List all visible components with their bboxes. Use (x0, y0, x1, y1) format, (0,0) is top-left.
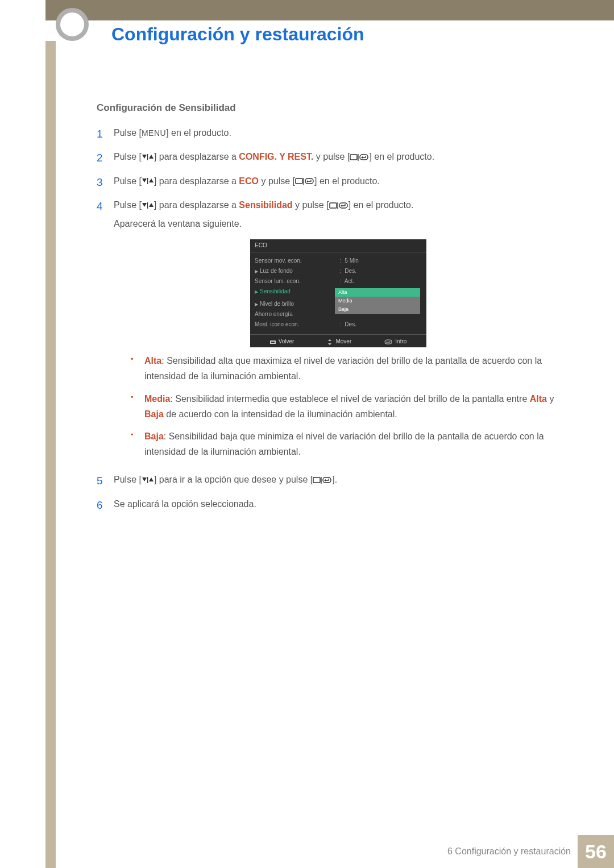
menu-button-label: MENU (142, 128, 166, 138)
svg-rect-3 (350, 155, 357, 160)
osd-footer: Volver Mover Intro (250, 334, 426, 348)
text: Pulse [ (114, 128, 142, 138)
footer-chapter-label: 6 Configuración y restauración (447, 846, 571, 857)
term-ref: Baja (144, 409, 164, 419)
step-body: Pulse [] para desplazarse a CONFIG. Y RE… (114, 149, 563, 167)
term-ref: Alta (530, 394, 547, 404)
header-band-color (45, 0, 614, 20)
osd-value-text: Des. (345, 268, 356, 274)
text: y pulse [ (293, 200, 329, 210)
step-body: Pulse [] para desplazarse a ECO y pulse … (114, 173, 563, 192)
svg-rect-8 (147, 178, 148, 184)
description: : Sensibilidad baja que minimiza el nive… (144, 431, 544, 456)
osd-footer-label: Volver (279, 338, 294, 344)
osd-row: Sensor mov. econ. : 5 Min (250, 256, 426, 266)
svg-marker-24 (328, 343, 331, 345)
svg-marker-27 (142, 477, 147, 481)
step-number: 5 (97, 472, 114, 490)
bullet-text: Baja: Sensibilidad baja que minimiza el … (144, 429, 563, 459)
step-number: 6 (97, 496, 114, 514)
step-number: 3 (97, 173, 114, 192)
caret-right-icon: ▶ (255, 269, 258, 274)
step-body: Pulse [MENU] en el producto. (114, 125, 563, 143)
source-enter-icon (313, 476, 332, 484)
step-1: 1 Pulse [MENU] en el producto. (97, 125, 563, 143)
text: ] para desplazarse a (154, 176, 239, 186)
text: ] para desplazarse a (154, 152, 239, 161)
osd-row: Most. icono econ. : Des. (250, 319, 426, 330)
text: Pulse [ (114, 176, 142, 186)
text: y (547, 394, 554, 404)
bullet-icon: • (131, 429, 139, 459)
svg-marker-9 (149, 178, 154, 182)
step-6: 6 Se aplicará la opción seleccionada. (97, 496, 563, 514)
svg-marker-26 (386, 342, 387, 343)
chapter-number-circle (56, 8, 89, 41)
text: ]. (332, 475, 337, 484)
target-label: CONFIG. Y REST. (239, 152, 313, 161)
term: Baja (144, 431, 164, 441)
left-margin-stripe (45, 0, 56, 868)
osd-label: Most. icono econ. (255, 322, 340, 327)
text: Pulse [ (114, 200, 142, 210)
back-icon (270, 340, 277, 344)
source-enter-icon (329, 202, 349, 210)
text: Pulse [ (114, 475, 142, 484)
down-up-arrow-icon (142, 178, 154, 185)
osd-label: Sensor lum. econ. (255, 279, 340, 284)
bullet-icon: • (131, 353, 139, 384)
svg-marker-7 (142, 178, 147, 182)
osd-label: Sensor mov. econ. (255, 258, 340, 264)
step-5: 5 Pulse [] para ir a la opción que desee… (97, 472, 563, 490)
step-2: 2 Pulse [] para desplazarse a CONFIG. Y … (97, 149, 563, 167)
source-enter-icon (350, 153, 369, 161)
move-icon (327, 339, 333, 345)
osd-footer-enter: Intro (384, 339, 407, 344)
osd-value: : Des. (340, 322, 356, 327)
osd-separator (250, 252, 426, 252)
osd-value: : 5 Min (340, 258, 359, 264)
svg-marker-29 (149, 477, 154, 481)
svg-rect-28 (147, 477, 148, 483)
osd-row: Sensor lum. econ. : Act. (250, 276, 426, 286)
bullet-text: Media: Sensibilidad intermedia que estab… (144, 391, 563, 422)
bullet-text: Alta: Sensibilidad alta que maximiza el … (144, 353, 563, 384)
osd-option: Media (335, 297, 420, 305)
osd-footer-back: Volver (270, 339, 294, 344)
osd-menu-screenshot: ECO Sensor mov. econ. : 5 Min ▶Luz de fo… (250, 239, 426, 347)
osd-footer-move: Mover (327, 339, 352, 344)
text: ] para ir a la opción que desee y pulse … (154, 475, 313, 484)
page-footer: 6 Configuración y restauración 56 (447, 835, 614, 868)
osd-value-text: Act. (345, 278, 354, 284)
description: : Sensibilidad alta que maximiza el nive… (144, 356, 542, 381)
step-body: Pulse [] para ir a la opción que desee y… (114, 472, 563, 490)
svg-marker-20 (341, 205, 342, 207)
enter-icon (384, 339, 392, 344)
text: ] en el producto. (166, 128, 231, 138)
description: de acuerdo con la intensidad de la ilumi… (164, 409, 397, 419)
down-up-arrow-icon (142, 477, 154, 484)
down-up-arrow-icon (142, 154, 154, 161)
osd-value-text: Des. (345, 321, 356, 327)
text: y pulse [ (259, 176, 295, 186)
step-4: 4 Pulse [] para desplazarse a Sensibilid… (97, 197, 563, 467)
page-title: Configuración y restauración (111, 24, 364, 45)
section-title: Configuración de Sensibilidad (97, 102, 563, 114)
bullet-media: • Media: Sensibilidad intermedia que est… (131, 391, 563, 422)
target-label: ECO (239, 176, 259, 186)
svg-marker-6 (361, 156, 363, 159)
bullet-baja: • Baja: Sensibilidad baja que minimiza e… (131, 429, 563, 459)
svg-rect-22 (271, 342, 275, 343)
osd-title: ECO (250, 239, 426, 252)
term: Media (144, 394, 170, 404)
bullet-alta: • Alta: Sensibilidad alta que maximiza e… (131, 353, 563, 384)
text: ] en el producto. (349, 200, 414, 210)
sensitivity-descriptions: • Alta: Sensibilidad alta que maximiza e… (131, 353, 563, 459)
step-number: 4 (97, 197, 114, 467)
svg-marker-16 (149, 203, 154, 207)
svg-rect-10 (296, 178, 302, 184)
text: ] para desplazarse a (154, 200, 239, 210)
osd-value: : Des. (340, 268, 356, 274)
step-number: 2 (97, 149, 114, 167)
osd-footer-label: Intro (395, 338, 406, 344)
